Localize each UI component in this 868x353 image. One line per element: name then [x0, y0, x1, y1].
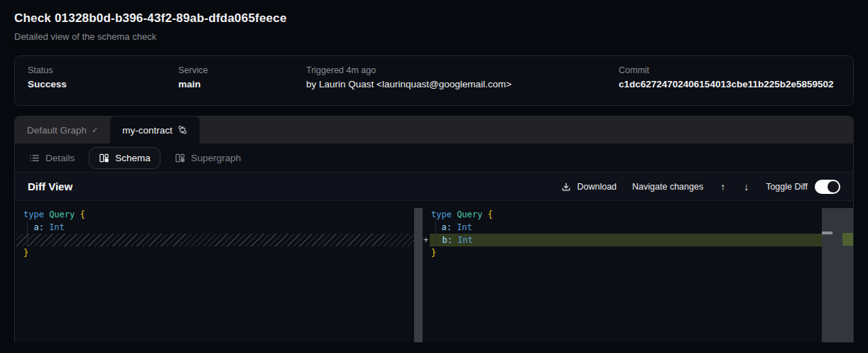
tab-my-contract-label: my-contract: [122, 125, 173, 136]
subtab-supergraph[interactable]: Supergraph: [173, 148, 243, 168]
toggle-diff-group: Toggle Diff: [766, 180, 840, 194]
triggered-value: by Laurin Quast <laurinquast@googlemail.…: [306, 79, 619, 89]
overview-ruler-added-mark: [842, 233, 853, 246]
subtab-details[interactable]: Details: [28, 148, 76, 168]
toggle-diff-label: Toggle Diff: [766, 182, 808, 192]
subtab-schema-label: Schema: [115, 153, 151, 163]
subtab-details-label: Details: [45, 153, 75, 163]
diff-left-code: type Query { a: Int}: [15, 208, 414, 259]
scrollbar-slider[interactable]: [822, 232, 832, 234]
list-icon: [29, 153, 40, 163]
download-button[interactable]: Download: [561, 182, 617, 192]
code-line: a: Int: [423, 221, 822, 234]
diff-placeholder-line: [16, 234, 414, 246]
navigate-changes-label: Navigate changes: [632, 182, 703, 192]
tab-my-contract[interactable]: my-contract: [110, 116, 200, 143]
indent-guide: [435, 221, 436, 246]
tab-default-graph[interactable]: Default Graph ✓: [15, 116, 110, 143]
page-title: Check 01328b0d-b396-43f2-89ab-dfda065fee…: [14, 11, 854, 26]
code-line: a: Int: [15, 221, 414, 234]
diff-view-title: Diff View: [28, 180, 72, 192]
page-subtitle: Detailed view of the schema check: [14, 31, 854, 42]
code-line: }: [423, 246, 822, 259]
triggered-field: Triggered 4m ago by Laurin Quast <laurin…: [306, 65, 619, 89]
diff-view-header: Diff View Download Navigate changes ↑ ↓ …: [15, 173, 853, 201]
schema-panels-icon: [99, 153, 109, 163]
status-label: Status: [28, 65, 178, 75]
graph-tab-strip: Default Graph ✓ my-contract: [15, 116, 853, 143]
subtab-schema[interactable]: Schema: [89, 147, 161, 169]
download-label: Download: [577, 182, 617, 192]
toggle-diff-switch[interactable]: [815, 180, 840, 194]
triggered-label: Triggered 4m ago: [306, 65, 619, 75]
service-label: Service: [178, 65, 306, 75]
added-line-marker: +: [423, 234, 428, 246]
left-scrollbar[interactable]: [414, 208, 423, 342]
diff-modified-pane[interactable]: + type Query { a: Int b: Int}: [423, 201, 853, 342]
schema-diff-editor: type Query { a: Int} + type Query { a: I…: [15, 201, 853, 342]
code-line: }: [15, 246, 414, 259]
commit-label: Commit: [619, 65, 840, 75]
status-field: Status Success: [28, 65, 178, 89]
diff-right-code: type Query { a: Int b: Int}: [423, 208, 822, 259]
status-value: Success: [28, 79, 178, 89]
added-code-line: b: Int: [430, 234, 822, 246]
schema-check-page: Check 01328b0d-b396-43f2-89ab-dfda065fee…: [0, 0, 868, 353]
check-icon: ✓: [92, 126, 98, 135]
download-icon: [561, 182, 571, 192]
right-scrollbar[interactable]: [822, 208, 853, 342]
service-value: main: [178, 79, 306, 89]
diff-original-pane[interactable]: type Query { a: Int}: [15, 201, 414, 342]
commit-value: c1dc62724702406154013cbe11b225b2e5859502: [619, 79, 840, 89]
diff-controls: Download Navigate changes ↑ ↓ Toggle Dif…: [561, 180, 840, 194]
tab-default-graph-label: Default Graph: [27, 125, 87, 136]
indent-guide: [27, 221, 28, 246]
previous-change-button[interactable]: ↑: [719, 181, 727, 192]
git-compare-icon: [178, 125, 188, 135]
commit-field: Commit c1dc62724702406154013cbe11b225b2e…: [619, 65, 840, 89]
detail-subtabs: Details Schema: [15, 143, 853, 173]
code-line: type Query {: [423, 208, 822, 221]
supergraph-panels-icon: [175, 153, 185, 163]
schema-check-detail-card: Default Graph ✓ my-contract: [14, 116, 854, 342]
service-field: Service main: [178, 65, 306, 89]
code-line: type Query {: [15, 208, 414, 221]
toggle-knob: [828, 181, 839, 192]
check-summary-card: Status Success Service main Triggered 4m…: [14, 55, 854, 106]
next-change-button[interactable]: ↓: [742, 181, 750, 192]
subtab-supergraph-label: Supergraph: [191, 153, 242, 163]
